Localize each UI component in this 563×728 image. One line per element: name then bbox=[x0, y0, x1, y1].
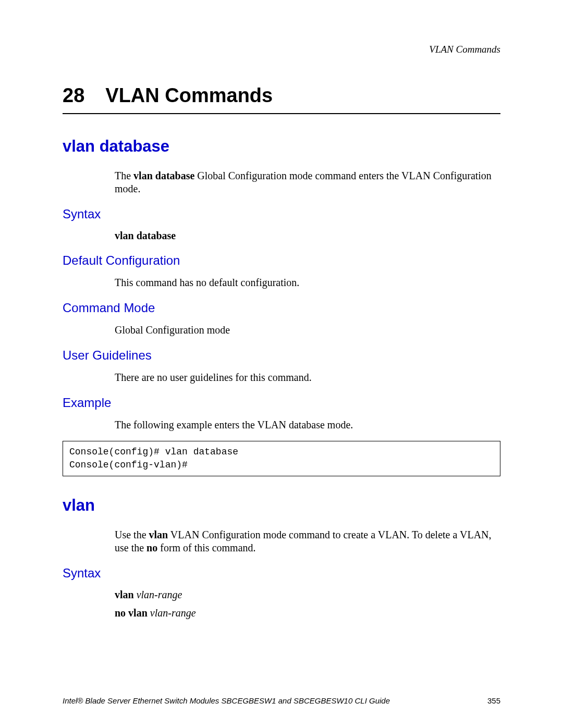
syntax-line-1: vlan vlan-range bbox=[115, 589, 500, 601]
example-body: The following example enters the VLAN da… bbox=[115, 418, 500, 431]
text-fragment: form of this command. bbox=[157, 542, 255, 553]
footer-doc-title: Intel® Blade Server Ethernet Switch Modu… bbox=[63, 696, 390, 705]
text-bold: vlan bbox=[149, 529, 168, 540]
syntax-bold: vlan bbox=[115, 589, 134, 600]
default-config-body: This command has no default configuratio… bbox=[115, 276, 500, 289]
text-bold: vlan database bbox=[133, 170, 194, 181]
syntax-line: vlan database bbox=[115, 230, 500, 242]
page-container: VLAN Commands 28VLAN Commands vlan datab… bbox=[0, 0, 563, 728]
text-fragment: The bbox=[115, 170, 133, 181]
section-vlan-title: vlan bbox=[63, 496, 500, 515]
subsection-default-config-heading: Default Configuration bbox=[63, 253, 500, 268]
running-header: VLAN Commands bbox=[63, 44, 500, 55]
syntax-ital: vlan-range bbox=[137, 589, 182, 600]
section-vlan-database-intro: The vlan database Global Configuration m… bbox=[115, 169, 500, 195]
chapter-heading: 28VLAN Commands bbox=[63, 84, 500, 107]
section-vlan-database-title: vlan database bbox=[63, 137, 500, 156]
example-code-block: Console(config)# vlan database Console(c… bbox=[63, 441, 500, 476]
chapter-number: 28 bbox=[63, 84, 84, 107]
syntax-bold: vlan database bbox=[115, 230, 176, 241]
syntax-line-2: no vlan vlan-range bbox=[115, 607, 500, 619]
subsection-example-heading: Example bbox=[63, 396, 500, 410]
text-fragment: Use the bbox=[115, 529, 149, 540]
subsection-syntax2-heading: Syntax bbox=[63, 566, 500, 581]
chapter-rule bbox=[63, 113, 500, 114]
section-vlan-intro: Use the vlan VLAN Configuration mode com… bbox=[115, 528, 500, 554]
subsection-user-guidelines-heading: User Guidelines bbox=[63, 348, 500, 363]
user-guidelines-body: There are no user guidelines for this co… bbox=[115, 371, 500, 384]
chapter-title: VLAN Commands bbox=[105, 84, 273, 106]
command-mode-body: Global Configuration mode bbox=[115, 324, 500, 337]
page-footer: Intel® Blade Server Ethernet Switch Modu… bbox=[63, 696, 500, 705]
text-bold: no bbox=[146, 542, 157, 553]
subsection-command-mode-heading: Command Mode bbox=[63, 301, 500, 315]
syntax-ital: vlan-range bbox=[150, 607, 196, 619]
syntax-bold: no vlan bbox=[115, 607, 148, 619]
footer-page-number: 355 bbox=[487, 696, 500, 705]
subsection-syntax-heading: Syntax bbox=[63, 207, 500, 221]
